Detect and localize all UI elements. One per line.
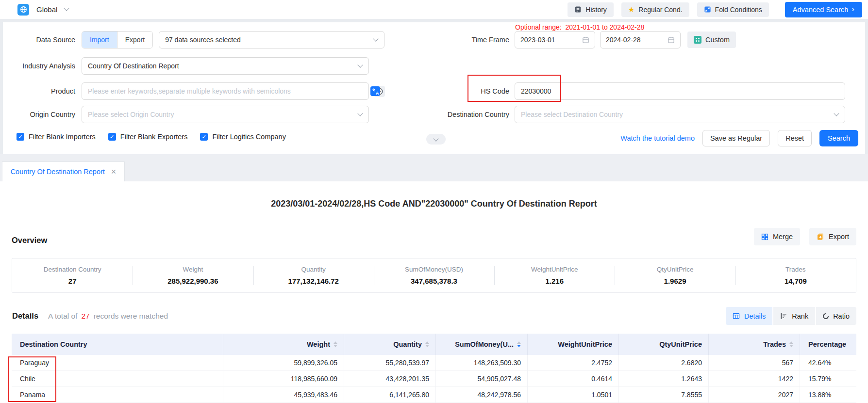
report-content: 2023/03/01-2024/02/28,HS Code AND"220300…: [0, 181, 868, 403]
col-trades[interactable]: Trades: [708, 334, 800, 355]
filter-blank-importers-checkbox[interactable]: ✓ Filter Blank Importers: [17, 133, 96, 141]
tab-country-of-destination-report[interactable]: Country Of Destination Report ×: [2, 161, 125, 181]
history-icon: [574, 6, 582, 13]
filter-panel: Optional range: 2021-01-01 to 2024-02-28…: [3, 22, 865, 154]
table-icon: [733, 312, 740, 320]
table-header-row: Destination Country Weight Quantity SumO…: [12, 334, 856, 355]
col-weight[interactable]: Weight: [223, 334, 344, 355]
cell-quantity: 43,428,201.35: [344, 371, 435, 387]
product-input[interactable]: [82, 82, 369, 100]
filter-blank-exporters-checkbox[interactable]: ✓ Filter Blank Exporters: [108, 133, 188, 141]
stat-quantity: Quantity 177,132,146.72: [253, 258, 374, 292]
regular-cond-label: Regular Cond.: [638, 6, 682, 14]
filter-row-1: Data Source Import Export 97 data source…: [3, 31, 865, 48]
col-percentage: Percentage: [800, 334, 856, 355]
view-switcher: Details Rank Ratio: [726, 307, 856, 325]
collapse-conditions-button[interactable]: [426, 134, 446, 145]
reset-button[interactable]: Reset: [778, 130, 812, 146]
table-row: Chile 118,985,660.09 43,428,201.35 54,90…: [12, 371, 856, 387]
stat-sum-of-money: SumOfMoney(USD) 347,685,378.3: [374, 258, 494, 292]
cell-weight: 59,899,326.05: [223, 355, 344, 371]
hs-code-input[interactable]: [515, 82, 845, 100]
stat-trades: Trades 14,709: [735, 258, 856, 292]
cell-weight: 45,939,483.46: [223, 387, 344, 403]
chevron-down-icon: [64, 5, 69, 11]
sort-icon[interactable]: [334, 341, 337, 347]
cell-percentage: 15.79%: [800, 371, 856, 387]
industry-analysis-value: Country Of Destination Report: [88, 62, 179, 70]
cell-trades: 1422: [708, 371, 800, 387]
stat-qty-unit-price: QtyUnitPrice 1.9629: [615, 258, 735, 292]
checkbox-checked-icon: ✓: [17, 133, 24, 141]
svg-text:A: A: [376, 91, 379, 96]
details-table: Destination Country Weight Quantity SumO…: [12, 334, 856, 403]
chevron-down-icon: [373, 36, 378, 41]
date-from-field[interactable]: 2023-03-01: [515, 31, 595, 48]
star-icon: ★: [628, 6, 634, 13]
chevron-right-icon: ›: [851, 5, 854, 13]
overview-stats: Destination Country 27 Weight 285,922,99…: [12, 258, 856, 293]
save-as-regular-button[interactable]: Save as Regular: [702, 130, 770, 146]
time-frame-label: Time Frame: [429, 36, 509, 44]
col-quantity[interactable]: Quantity: [344, 334, 435, 355]
history-button[interactable]: History: [568, 2, 614, 17]
ratio-icon: [822, 312, 830, 320]
chevron-down-icon: [357, 62, 363, 67]
close-icon[interactable]: ×: [111, 167, 117, 176]
origin-country-label: Origin Country: [3, 111, 75, 118]
col-qty-unit-price: QtyUnitPrice: [618, 334, 708, 355]
cell-percentage: 42.64%: [800, 355, 856, 371]
product-label: Product: [3, 87, 75, 95]
custom-range-button[interactable]: Custom: [687, 32, 736, 48]
data-sources-select[interactable]: 97 data sources selected: [159, 31, 384, 48]
export-option[interactable]: Export: [117, 32, 152, 48]
date-to-field[interactable]: 2024-02-28: [600, 31, 681, 48]
import-option[interactable]: Import: [82, 32, 117, 48]
details-heading: Details: [12, 311, 38, 321]
view-details-button[interactable]: Details: [726, 307, 772, 325]
topbar-actions: History ★ Regular Cond. Fold Conditions …: [568, 2, 868, 17]
translate-icon[interactable]: A: [370, 86, 380, 96]
region-selector[interactable]: Global: [0, 4, 68, 16]
optional-range-hint: Optional range: 2021-01-01 to 2024-02-28: [515, 23, 644, 31]
col-sum-of-money[interactable]: SumOfMoney(U...: [435, 334, 527, 355]
divider: [777, 4, 777, 15]
report-title: 2023/03/01-2024/02/28,HS Code AND"220300…: [0, 199, 868, 209]
view-ratio-button[interactable]: Ratio: [816, 307, 856, 325]
origin-country-placeholder: Please select Origin Country: [88, 111, 174, 118]
filter-row-3: Product A HS Code: [3, 82, 865, 100]
export-button[interactable]: Export: [809, 228, 856, 245]
checkbox-checked-icon: ✓: [200, 133, 208, 141]
topbar: Global History ★ Regular Cond. Fold Cond…: [0, 0, 868, 19]
fold-conditions-button[interactable]: Fold Conditions: [697, 2, 769, 17]
industry-analysis-select[interactable]: Country Of Destination Report: [82, 57, 369, 75]
cell-quantity: 6,141,265.80: [344, 387, 435, 403]
history-label: History: [585, 6, 607, 14]
custom-label: Custom: [705, 36, 730, 44]
sort-icon-active-desc[interactable]: [517, 341, 521, 347]
filter-logitics-company-checkbox[interactable]: ✓ Filter Logitics Company: [200, 133, 286, 141]
filter-actions: Watch the tutorial demo Save as Regular …: [620, 130, 858, 146]
sort-icon[interactable]: [425, 341, 429, 347]
tutorial-link[interactable]: Watch the tutorial demo: [620, 134, 695, 142]
destination-country-select[interactable]: Please select Destination Country: [515, 106, 845, 123]
regular-cond-button[interactable]: ★ Regular Cond.: [621, 2, 689, 17]
view-rank-label: Rank: [792, 312, 808, 320]
custom-icon: [694, 36, 701, 44]
stat-destination-country: Destination Country 27: [12, 258, 133, 292]
origin-country-select[interactable]: Please select Origin Country: [82, 106, 369, 123]
match-summary: A total of27records were matched: [48, 312, 168, 321]
view-rank-button[interactable]: Rank: [773, 307, 815, 325]
sort-icon[interactable]: [789, 341, 793, 347]
cell-trades: 567: [708, 355, 800, 371]
destination-country-label: Destination Country: [429, 111, 509, 118]
destination-country-placeholder: Please select Destination Country: [521, 111, 623, 118]
date-from-value: 2023-03-01: [520, 36, 555, 44]
fold-conditions-label: Fold Conditions: [715, 6, 762, 14]
data-source-label: Data Source: [3, 36, 75, 44]
search-button[interactable]: Search: [819, 130, 858, 146]
merge-button[interactable]: Merge: [754, 228, 800, 245]
cell-quantity: 55,280,539.97: [344, 355, 435, 371]
chevron-down-icon: [433, 136, 438, 141]
advanced-search-button[interactable]: Advanced Search ›: [785, 2, 862, 17]
